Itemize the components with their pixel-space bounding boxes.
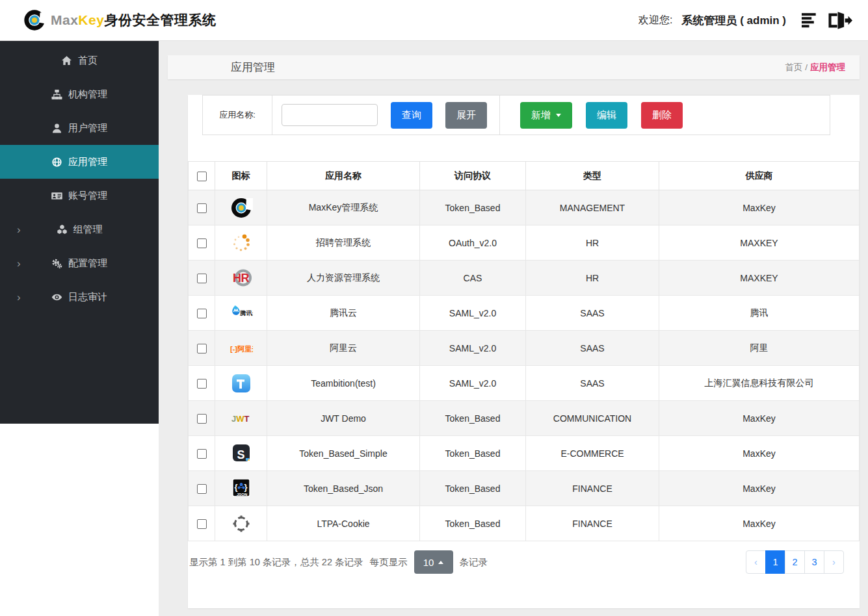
row-select-cell	[189, 225, 215, 261]
cell-protocol: SAML_v2.0	[420, 331, 526, 366]
row-select-cell	[189, 296, 215, 331]
cell-vendor: MaxKey	[659, 471, 860, 506]
edit-button[interactable]: 编辑	[586, 102, 627, 129]
svg-text:S: S	[237, 448, 244, 461]
breadcrumb-separator: /	[805, 62, 808, 72]
search-label: 应用名称:	[203, 96, 272, 135]
cell-category: FINANCE	[526, 506, 659, 541]
pagination-page-1[interactable]: 1	[765, 550, 785, 574]
sidebar-item-audit[interactable]: ›日志审计	[0, 280, 159, 314]
sidebar-item-group[interactable]: ›组管理	[0, 212, 159, 246]
cell-icon: [-]阿里云	[215, 331, 267, 366]
pagination-page-2[interactable]: 2	[785, 550, 805, 574]
sidebar-item-label: 用户管理	[68, 122, 107, 135]
column-header: 类型	[526, 162, 659, 190]
select-all-cell	[189, 162, 215, 190]
sidebar-item-user[interactable]: 用户管理	[0, 111, 159, 145]
pagination-next[interactable]: ›	[824, 550, 844, 574]
table-row[interactable]: JWTJWT DemoToken_BasedCOMMUNICATIONMaxKe…	[189, 401, 860, 436]
row-checkbox[interactable]	[197, 414, 207, 424]
list-icon[interactable]	[802, 12, 819, 28]
cell-category: HR	[526, 225, 659, 261]
row-checkbox[interactable]	[197, 379, 207, 389]
app-name-search-input[interactable]	[282, 104, 378, 126]
cell-vendor: 腾讯	[659, 296, 860, 331]
cell-icon: S	[215, 436, 267, 471]
row-checkbox[interactable]	[197, 274, 207, 283]
maxkey-logo-icon	[22, 8, 47, 32]
sidebar-item-org[interactable]: 机构管理	[0, 77, 159, 111]
page-size-dropdown[interactable]: 10	[414, 550, 453, 574]
brand-title: MaxKey身份安全管理系统	[51, 11, 216, 29]
cell-vendor: MAXKEY	[659, 261, 860, 296]
table-row[interactable]: {}JSONToken_Based_JsonToken_BasedFINANCE…	[189, 471, 860, 506]
eye-icon	[51, 292, 62, 303]
sidebar-item-label: 首页	[78, 55, 98, 67]
cell-app-name: 腾讯云	[267, 296, 420, 331]
cell-protocol: SAML_v2.0	[420, 366, 526, 401]
cell-icon: JWT	[215, 401, 267, 436]
pagination-page-3[interactable]: 3	[804, 550, 824, 574]
cell-protocol: Token_Based	[420, 401, 526, 436]
add-button[interactable]: 新增	[520, 102, 572, 129]
table-row[interactable]: 招聘管理系统OAuth_v2.0HRMAXKEY	[189, 225, 860, 261]
cell-app-name: Token_Based_Simple	[267, 436, 420, 471]
cell-vendor: MaxKey	[659, 436, 860, 471]
row-checkbox[interactable]	[197, 238, 207, 248]
table-row[interactable]: LTPA-CookieToken_BasedFINANCEMaxKey	[189, 506, 860, 541]
cell-app-name: 招聘管理系统	[267, 225, 420, 261]
row-checkbox[interactable]	[197, 203, 207, 213]
row-checkbox[interactable]	[197, 519, 207, 529]
sidebar-item-account[interactable]: 账号管理	[0, 179, 159, 212]
pagination-prev[interactable]: ‹	[746, 550, 766, 574]
sidebar-item-label: 账号管理	[68, 190, 107, 202]
row-checkbox[interactable]	[197, 449, 207, 459]
cell-icon	[215, 366, 267, 401]
cell-icon	[215, 225, 267, 261]
row-checkbox[interactable]	[197, 484, 207, 494]
cell-protocol: Token_Based	[420, 471, 526, 506]
cell-protocol: Token_Based	[420, 190, 526, 225]
hr-logo-icon: HR	[230, 266, 253, 290]
sign-out-icon[interactable]	[828, 12, 852, 29]
query-button[interactable]: 查询	[391, 102, 432, 129]
expand-button[interactable]: 展开	[445, 102, 487, 129]
id-card-icon	[51, 190, 62, 201]
globe-icon	[51, 157, 62, 168]
cell-app-name: Teambition(test)	[267, 366, 420, 401]
caret-up-icon	[438, 561, 443, 564]
page-size-label-pre: 每页显示	[370, 556, 408, 569]
column-header: 应用名称	[267, 162, 420, 190]
sitemap-icon	[51, 89, 62, 100]
tencent-cloud-icon: 腾讯云	[230, 302, 253, 325]
user-icon	[51, 123, 62, 134]
sidebar-item-label: 机构管理	[68, 88, 107, 101]
table-row[interactable]: SToken_Based_SimpleToken_BasedE-COMMERCE…	[189, 436, 860, 471]
table-row[interactable]: MaxKey管理系统Token_BasedMANAGEMENTMaxKey	[189, 190, 860, 225]
cell-icon: 腾讯云	[215, 296, 267, 331]
delete-button[interactable]: 删除	[641, 102, 683, 129]
breadcrumb-home-link[interactable]: 首页	[785, 62, 802, 72]
sidebar-item-config[interactable]: ›配置管理	[0, 246, 159, 280]
ltpa-crosshair-icon	[230, 512, 253, 535]
caret-down-icon	[556, 114, 561, 117]
sidebar-item-home[interactable]: 首页	[0, 44, 159, 77]
table-row[interactable]: 腾讯云腾讯云SAML_v2.0SAAS腾讯	[189, 296, 860, 331]
row-checkbox[interactable]	[197, 309, 207, 318]
cell-app-name: JWT Demo	[267, 401, 420, 436]
row-checkbox[interactable]	[197, 344, 207, 353]
cell-icon: HR	[215, 261, 267, 296]
spinner-dots-icon	[230, 231, 253, 255]
cell-protocol: SAML_v2.0	[420, 296, 526, 331]
select-all-checkbox[interactable]	[197, 172, 207, 181]
table-row[interactable]: HR人力资源管理系统CASHRMAXKEY	[189, 261, 860, 296]
table-row[interactable]: Teambition(test)SAML_v2.0SAAS上海汇翼信息科技有限公…	[189, 366, 860, 401]
s-dark-icon: S	[230, 442, 253, 465]
table-row[interactable]: [-]阿里云阿里云SAML_v2.0SAAS阿里	[189, 331, 860, 366]
cell-protocol: OAuth_v2.0	[420, 225, 526, 261]
sidebar-item-app[interactable]: 应用管理	[0, 145, 159, 179]
row-select-cell	[189, 401, 215, 436]
brand-logo[interactable]: MaxKey身份安全管理系统	[22, 8, 216, 32]
top-header: MaxKey身份安全管理系统 欢迎您: 系统管理员 ( admin )	[0, 0, 868, 41]
chevron-right-icon: ›	[17, 292, 21, 303]
